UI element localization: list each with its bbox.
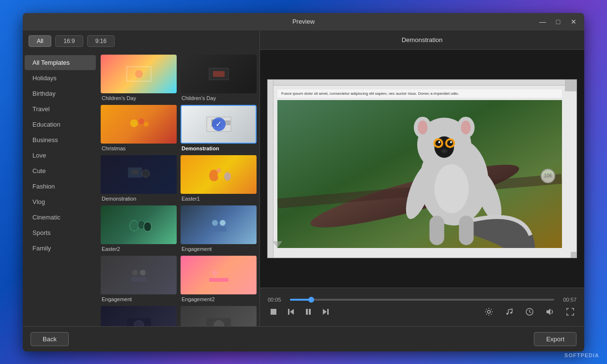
sidebar-item-education[interactable]: Education [25,117,96,132]
templates-grid: Children's Day Children's Day [98,52,259,326]
sidebar-item-all-templates[interactable]: All Templates [25,55,96,70]
time-row: 00:05 00:57 [268,297,577,303]
list-item[interactable]: Children's Day [181,55,257,101]
svg-point-17 [130,220,138,231]
lemur-photo [277,100,562,248]
list-item[interactable]: Engagement2 [181,256,257,302]
svg-marker-61 [323,309,327,315]
svg-point-42 [435,140,441,146]
svg-point-46 [441,149,447,153]
svg-point-5 [138,118,144,124]
progress-thumb [308,297,314,303]
sidebar-item-holidays[interactable]: Holidays [25,71,96,86]
softpedia-watermark: SOFTPEDIA [564,352,599,358]
left-panel: All 16:9 9:16 All Templates Holidays Bir… [23,30,260,326]
list-item[interactable]: Children's Day [101,55,177,101]
timer-button[interactable] [523,306,536,317]
svg-point-26 [212,270,218,276]
list-item[interactable]: Demonstration [101,155,177,202]
template-thumbnail [181,55,257,93]
template-thumbnail [101,155,177,194]
template-thumbnail [101,205,177,244]
next-frame-button[interactable] [320,307,332,317]
prev-frame-button[interactable] [285,307,297,317]
svg-rect-56 [271,309,276,315]
fullscreen-button[interactable] [564,306,577,317]
template-label: Engagement [101,296,177,302]
preview-text-overlay: Fusce ipsum dolor sit amet, consectetur … [281,91,459,96]
music-button[interactable] [503,306,516,317]
svg-point-24 [140,270,146,276]
time-total: 00:57 [559,297,577,303]
sidebar-item-family[interactable]: Family [25,241,96,256]
svg-marker-57 [290,309,294,315]
stop-button[interactable] [268,307,279,317]
right-panel: Demonstration Fusce ipsum dolor sit amet… [260,30,584,326]
back-button[interactable]: Back [30,332,69,346]
list-item[interactable]: ✓ Demonstration [181,105,257,151]
setting-buttons [483,306,577,317]
template-thumbnail [181,306,257,326]
main-content: All 16:9 9:16 All Templates Holidays Bir… [23,30,584,326]
frame-number: 106 [541,169,555,183]
svg-rect-28 [209,278,228,282]
button-row [268,306,577,317]
sidebar-item-fashion[interactable]: Fashion [25,179,96,194]
sidebar-item-business[interactable]: Business [25,132,96,147]
sidebar-item-vlog[interactable]: Vlog [25,194,96,209]
sidebar-item-sports[interactable]: Sports [25,225,96,240]
filter-16-9-button[interactable]: 16:9 [55,35,83,47]
svg-point-20 [212,220,218,226]
template-label: Christmas [101,146,177,151]
pause-button[interactable] [303,307,314,317]
maximize-button[interactable]: □ [551,16,565,28]
window-controls: — □ ✕ [536,16,580,28]
ruler-left [268,80,273,258]
svg-point-27 [220,270,226,276]
settings-button[interactable] [483,306,495,317]
svg-rect-60 [309,309,311,315]
svg-rect-58 [288,309,289,315]
progress-fill [290,299,311,301]
close-button[interactable]: ✕ [567,16,580,28]
sidebar-item-cute[interactable]: Cute [25,163,96,178]
filter-all-button[interactable]: All [29,35,51,47]
inner-photo-frame: Fusce ipsum dolor sit amet, consectetur … [277,89,562,248]
list-item[interactable]: Engagement [181,205,257,252]
sidebar-item-love[interactable]: Love [25,148,96,163]
svg-rect-62 [327,309,329,315]
list-item[interactable]: Easter1 [181,155,257,202]
svg-point-45 [450,141,452,143]
export-button[interactable]: Export [534,332,577,346]
template-label: Engagement [181,246,257,252]
template-label: Demonstration [101,196,177,202]
template-thumbnail [181,205,257,244]
list-item[interactable]: ... [101,306,177,326]
volume-button[interactable] [544,306,556,317]
svg-point-64 [506,313,508,315]
svg-rect-11 [132,170,138,175]
sidebar-item-travel[interactable]: Travel [25,102,96,116]
template-label: Engagement2 [181,296,257,302]
template-label: Children's Day [181,95,257,101]
list-item[interactable]: Christmas [101,105,177,151]
filter-bar: All 16:9 9:16 [23,30,259,52]
minimize-button[interactable]: — [536,16,549,28]
filter-9-16-button[interactable]: 9:16 [87,35,115,47]
progress-bar[interactable] [290,299,554,301]
list-item[interactable]: Engagement [101,256,177,302]
grid-inner: Children's Day Children's Day [101,55,257,326]
svg-point-43 [447,140,453,146]
template-thumbnail [101,55,177,93]
sidebar: All Templates Holidays Birthday Travel E… [23,52,98,326]
template-thumbnail [101,105,177,144]
svg-rect-53 [429,216,444,245]
sidebar-item-cinematic[interactable]: Cinematic [25,210,96,225]
svg-point-21 [220,220,226,226]
svg-point-23 [132,270,138,276]
sidebar-item-birthday[interactable]: Birthday [25,86,96,101]
playback-buttons [268,307,332,317]
list-item[interactable]: ... [181,306,257,326]
list-item[interactable]: Easter2 [101,205,177,252]
template-label: Children's Day [101,95,177,101]
